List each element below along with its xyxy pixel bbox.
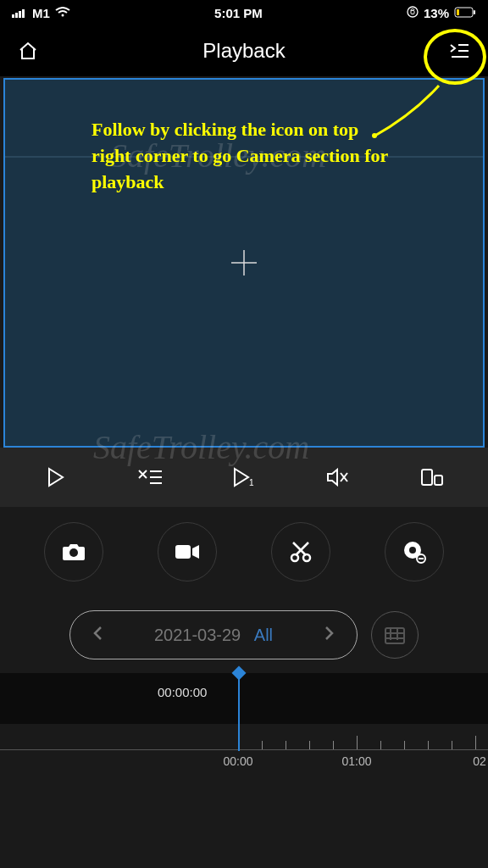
home-button[interactable] (15, 38, 41, 64)
annotation-text: Follow by clicking the icon on top right… (92, 117, 396, 195)
svg-point-4 (61, 14, 64, 16)
step-frame-button[interactable]: 1 (230, 464, 258, 491)
svg-marker-24 (328, 470, 337, 485)
date-display: 2021-03-29 All (154, 626, 273, 645)
battery-icon (454, 6, 476, 20)
ruler-tick (428, 741, 429, 749)
current-timecode: 00:00:00 (158, 685, 207, 699)
calendar-button[interactable] (371, 611, 419, 659)
timeline-cursor-line[interactable] (238, 673, 240, 751)
svg-rect-8 (474, 10, 475, 14)
nav-bar: Playback (0, 25, 488, 76)
ruler-label: 01:00 (341, 754, 371, 768)
ruler-label: 00:00 (223, 754, 252, 768)
playback-toolbar: 1 (0, 448, 488, 507)
svg-rect-2 (19, 11, 21, 18)
svg-point-33 (303, 554, 310, 561)
ruler-tick (404, 741, 405, 749)
svg-rect-0 (12, 14, 14, 18)
snapshot-button[interactable] (44, 522, 103, 581)
rotation-lock-icon (407, 6, 419, 20)
prev-date-button[interactable] (92, 626, 103, 645)
page-title: Playback (202, 39, 285, 63)
svg-rect-27 (422, 470, 432, 485)
svg-marker-31 (192, 545, 199, 559)
svg-rect-3 (22, 9, 25, 18)
ruler-tick (475, 736, 476, 749)
action-toolbar (0, 507, 488, 597)
svg-marker-22 (235, 469, 248, 486)
status-left: M1 (12, 6, 70, 20)
camera-list-button[interactable] (447, 38, 473, 64)
status-right: 13% (407, 6, 476, 20)
ruler-baseline (0, 749, 488, 750)
svg-point-32 (291, 554, 298, 561)
play-button[interactable] (42, 464, 69, 491)
signal-icon (12, 6, 27, 20)
status-bar: M1 5:01 PM 13% (0, 0, 488, 25)
svg-point-37 (409, 547, 416, 554)
ruler-tick (452, 741, 452, 749)
svg-marker-16 (49, 469, 63, 486)
date-value: 2021-03-29 (154, 626, 241, 644)
svg-point-5 (408, 7, 418, 17)
ruler-tick (333, 741, 334, 749)
svg-rect-40 (385, 628, 404, 643)
ruler-tick (309, 741, 310, 749)
date-filter[interactable]: All (254, 626, 273, 644)
svg-rect-1 (15, 13, 18, 18)
svg-rect-6 (411, 10, 414, 14)
next-date-button[interactable] (324, 626, 335, 645)
ruler-tick (262, 741, 263, 749)
svg-line-35 (293, 542, 306, 555)
status-time: 5:01 PM (214, 6, 263, 20)
layout-button[interactable] (419, 464, 446, 491)
svg-line-34 (296, 542, 308, 555)
ruler-tick (357, 736, 358, 749)
date-bar: 2021-03-29 All (0, 597, 488, 673)
clip-button[interactable] (271, 522, 330, 581)
ruler-tick (380, 741, 381, 749)
add-camera-icon[interactable] (231, 249, 257, 282)
timeline-ruler[interactable]: 00:00 01:00 02 (0, 724, 488, 775)
timeline-header: 00:00:00 (0, 673, 488, 724)
svg-text:1: 1 (249, 478, 254, 487)
close-stream-button[interactable] (136, 464, 164, 491)
video-viewport[interactable]: Follow by clicking the icon on top right… (3, 78, 485, 448)
svg-point-29 (69, 548, 78, 557)
svg-rect-30 (175, 545, 191, 559)
battery-percent: 13% (424, 6, 449, 20)
carrier-label: M1 (32, 6, 50, 20)
date-selector[interactable]: 2021-03-29 All (69, 610, 358, 659)
svg-rect-28 (435, 476, 442, 485)
svg-rect-9 (457, 9, 459, 15)
ruler-tick (286, 741, 286, 749)
mute-button[interactable] (324, 464, 352, 491)
fisheye-button[interactable] (385, 522, 444, 581)
record-button[interactable] (158, 522, 217, 581)
ruler-label: 02 (473, 754, 486, 768)
wifi-icon (55, 6, 70, 20)
